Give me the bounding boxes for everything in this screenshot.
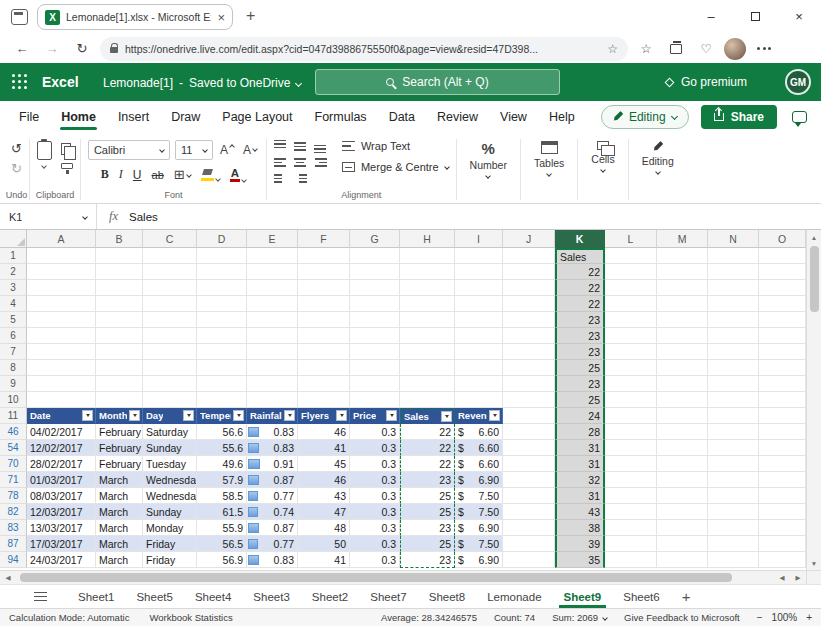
cell-i7[interactable] bbox=[455, 344, 503, 360]
filter-button-rainfall[interactable] bbox=[284, 410, 295, 421]
cell-m6[interactable] bbox=[657, 328, 708, 344]
cell-i78[interactable]: $7.50 bbox=[455, 488, 503, 504]
cell-e71[interactable]: 0.87 bbox=[247, 472, 298, 488]
menu-tab-data[interactable]: Data bbox=[378, 101, 426, 132]
cell-k1[interactable]: Sales bbox=[555, 248, 605, 264]
cell-n94[interactable] bbox=[708, 552, 759, 568]
cell-b87[interactable]: March bbox=[96, 536, 143, 552]
cell-d7[interactable] bbox=[197, 344, 247, 360]
fill-color-button[interactable] bbox=[201, 168, 220, 181]
cell-o82[interactable] bbox=[759, 504, 806, 520]
scroll-down-button[interactable]: ▼ bbox=[807, 556, 821, 570]
cell-j6[interactable] bbox=[503, 328, 555, 344]
cell-a46[interactable]: 04/02/2017 bbox=[27, 424, 96, 440]
cell-f46[interactable]: 46 bbox=[298, 424, 350, 440]
cell-m70[interactable] bbox=[657, 456, 708, 472]
cell-i46[interactable]: $6.60 bbox=[455, 424, 503, 440]
cell-h10[interactable] bbox=[400, 392, 455, 408]
cell-b7[interactable] bbox=[96, 344, 143, 360]
horizontal-scroll-thumb[interactable] bbox=[20, 573, 732, 582]
cell-d8[interactable] bbox=[197, 360, 247, 376]
cell-k94[interactable]: 35 bbox=[555, 552, 605, 568]
cell-m46[interactable] bbox=[657, 424, 708, 440]
cell-m87[interactable] bbox=[657, 536, 708, 552]
cell-a94[interactable]: 24/03/2017 bbox=[27, 552, 96, 568]
cell-h82[interactable]: 25 bbox=[400, 504, 455, 520]
cell-a6[interactable] bbox=[27, 328, 96, 344]
cell-e5[interactable] bbox=[247, 312, 298, 328]
cell-g71[interactable]: 0.3 bbox=[350, 472, 400, 488]
cell-n8[interactable] bbox=[708, 360, 759, 376]
cell-j9[interactable] bbox=[503, 376, 555, 392]
cell-m11[interactable] bbox=[657, 408, 708, 424]
cell-a2[interactable] bbox=[27, 264, 96, 280]
row-header-83[interactable]: 83 bbox=[0, 520, 27, 536]
cell-n3[interactable] bbox=[708, 280, 759, 296]
cell-e46[interactable]: 0.83 bbox=[247, 424, 298, 440]
scroll-up-button[interactable]: ▲ bbox=[807, 230, 821, 244]
cell-k5[interactable]: 23 bbox=[555, 312, 605, 328]
increase-font-size-button[interactable]: A bbox=[218, 143, 236, 157]
comments-button[interactable] bbox=[789, 108, 809, 126]
cell-l7[interactable] bbox=[605, 344, 657, 360]
cell-e83[interactable]: 0.87 bbox=[247, 520, 298, 536]
cell-i2[interactable] bbox=[455, 264, 503, 280]
cell-h8[interactable] bbox=[400, 360, 455, 376]
cell-d71[interactable]: 57.9 bbox=[197, 472, 247, 488]
cell-l8[interactable] bbox=[605, 360, 657, 376]
cell-c70[interactable]: Tuesday bbox=[143, 456, 197, 472]
cell-e10[interactable] bbox=[247, 392, 298, 408]
cell-e1[interactable] bbox=[247, 248, 298, 264]
vertical-scroll-thumb[interactable] bbox=[810, 246, 819, 312]
refresh-button[interactable]: ↻ bbox=[70, 37, 94, 61]
sheet-tab-sheet6[interactable]: Sheet6 bbox=[612, 585, 670, 608]
row-header-10[interactable]: 10 bbox=[0, 392, 27, 408]
cell-i94[interactable]: $6.90 bbox=[455, 552, 503, 568]
cell-d78[interactable]: 58.5 bbox=[197, 488, 247, 504]
cell-j94[interactable] bbox=[503, 552, 555, 568]
cell-i54[interactable]: $6.60 bbox=[455, 440, 503, 456]
cell-h4[interactable] bbox=[400, 296, 455, 312]
cell-n6[interactable] bbox=[708, 328, 759, 344]
cell-k10[interactable]: 25 bbox=[555, 392, 605, 408]
cell-e8[interactable] bbox=[247, 360, 298, 376]
cell-d1[interactable] bbox=[197, 248, 247, 264]
cell-d6[interactable] bbox=[197, 328, 247, 344]
cell-a71[interactable]: 01/03/2017 bbox=[27, 472, 96, 488]
align-right-icon[interactable] bbox=[314, 156, 327, 169]
strikethrough-button[interactable]: ab bbox=[152, 169, 164, 181]
cell-a54[interactable]: 12/02/2017 bbox=[27, 440, 96, 456]
cell-b54[interactable]: February bbox=[96, 440, 143, 456]
sheet-tab-sheet5[interactable]: Sheet5 bbox=[125, 585, 183, 608]
menu-tab-help[interactable]: Help bbox=[538, 101, 586, 132]
cell-l46[interactable] bbox=[605, 424, 657, 440]
cell-k87[interactable]: 39 bbox=[555, 536, 605, 552]
cell-i5[interactable] bbox=[455, 312, 503, 328]
column-header-k[interactable]: K bbox=[555, 230, 605, 248]
cell-j2[interactable] bbox=[503, 264, 555, 280]
cell-e3[interactable] bbox=[247, 280, 298, 296]
filter-button-temper[interactable] bbox=[233, 410, 244, 421]
copy-icon[interactable] bbox=[61, 143, 71, 155]
cell-h3[interactable] bbox=[400, 280, 455, 296]
column-header-m[interactable]: M bbox=[657, 230, 708, 248]
cell-g9[interactable] bbox=[350, 376, 400, 392]
scroll-left-button[interactable]: ◀ bbox=[0, 574, 16, 582]
cell-g8[interactable] bbox=[350, 360, 400, 376]
cell-e4[interactable] bbox=[247, 296, 298, 312]
cell-a11[interactable]: Date bbox=[27, 408, 96, 424]
cell-i9[interactable] bbox=[455, 376, 503, 392]
align-bottom-icon[interactable] bbox=[314, 140, 327, 153]
cell-j10[interactable] bbox=[503, 392, 555, 408]
cell-d4[interactable] bbox=[197, 296, 247, 312]
cell-n78[interactable] bbox=[708, 488, 759, 504]
align-center-icon[interactable] bbox=[294, 156, 307, 169]
cell-m10[interactable] bbox=[657, 392, 708, 408]
cell-f71[interactable]: 46 bbox=[298, 472, 350, 488]
row-header-5[interactable]: 5 bbox=[0, 312, 27, 328]
cell-b11[interactable]: Month bbox=[96, 408, 143, 424]
cell-g5[interactable] bbox=[350, 312, 400, 328]
cell-m8[interactable] bbox=[657, 360, 708, 376]
cell-i4[interactable] bbox=[455, 296, 503, 312]
column-header-f[interactable]: F bbox=[298, 230, 350, 248]
